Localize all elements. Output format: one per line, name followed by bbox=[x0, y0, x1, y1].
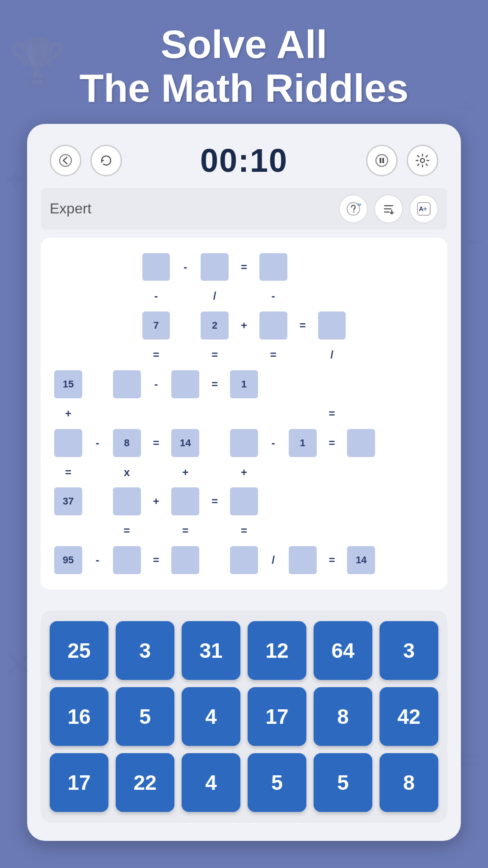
cell-r11c13 bbox=[406, 546, 434, 574]
cell-r6c7 bbox=[230, 400, 258, 428]
cell-r4c13 bbox=[406, 341, 434, 369]
num-btn-42-11[interactable]: 42 bbox=[380, 687, 438, 746]
cell-r11c1[interactable]: 95 bbox=[54, 546, 82, 574]
num-btn-8-17[interactable]: 8 bbox=[380, 753, 438, 812]
num-btn-31-2[interactable]: 31 bbox=[182, 621, 240, 680]
cell-r7c1[interactable] bbox=[54, 429, 82, 457]
puzzle-grid: - = - / - bbox=[50, 249, 438, 579]
cell-r7c9[interactable]: 1 bbox=[289, 429, 317, 457]
cell-r3c4[interactable]: 7 bbox=[142, 311, 170, 340]
cell-r7c8: - bbox=[259, 429, 287, 457]
cell-r9c10 bbox=[318, 487, 346, 515]
num-btn-64-4[interactable]: 64 bbox=[314, 621, 372, 680]
difficulty-label: Expert bbox=[50, 200, 91, 217]
num-btn-5-16[interactable]: 5 bbox=[314, 753, 372, 812]
cell-r9c12 bbox=[376, 487, 404, 515]
cell-r3c1 bbox=[54, 311, 82, 340]
cell-r7c7[interactable] bbox=[230, 429, 258, 457]
cell-r5c5[interactable] bbox=[171, 370, 199, 398]
cell-r9c6: = bbox=[201, 487, 229, 515]
cell-r3c8[interactable] bbox=[259, 311, 287, 340]
cell-r9c5[interactable] bbox=[171, 487, 199, 515]
cell-r2c12 bbox=[376, 282, 404, 310]
title-area: Solve All The Math Riddles bbox=[0, 0, 488, 124]
cell-r6c8 bbox=[259, 400, 287, 428]
refresh-button[interactable] bbox=[90, 145, 122, 176]
pause-button[interactable] bbox=[366, 145, 398, 176]
cell-r2c5 bbox=[171, 282, 199, 310]
cell-r3c6[interactable]: 2 bbox=[201, 311, 229, 340]
toolbar-icons: AD A÷ bbox=[339, 194, 438, 223]
cell-r9c1[interactable]: 37 bbox=[54, 487, 82, 515]
num-btn-25-0[interactable]: 25 bbox=[50, 621, 108, 680]
cell-r4c7 bbox=[230, 341, 258, 369]
cell-r11c3[interactable] bbox=[113, 546, 141, 574]
cell-r6c4 bbox=[142, 400, 170, 428]
cell-r5c1[interactable]: 15 bbox=[54, 370, 82, 398]
cell-r3c12 bbox=[376, 311, 404, 340]
cell-r3c10[interactable] bbox=[318, 311, 346, 340]
cell-r8c4 bbox=[142, 458, 170, 486]
cell-r11c11[interactable]: 14 bbox=[347, 546, 375, 574]
cell-r1c6[interactable] bbox=[201, 253, 229, 281]
cell-r11c4: = bbox=[142, 546, 170, 574]
num-btn-5-15[interactable]: 5 bbox=[248, 753, 306, 812]
cell-r11c7[interactable] bbox=[230, 546, 258, 574]
header-left bbox=[50, 145, 122, 176]
cell-r8c5: + bbox=[171, 458, 199, 486]
cell-r1c8[interactable] bbox=[259, 253, 287, 281]
num-btn-22-13[interactable]: 22 bbox=[116, 753, 174, 812]
cell-r4c10: / bbox=[318, 341, 346, 369]
back-button[interactable] bbox=[50, 145, 81, 176]
puzzle-area: - = - / - bbox=[41, 238, 447, 590]
cell-r5c4: - bbox=[142, 370, 170, 398]
cell-r6c5 bbox=[171, 400, 199, 428]
num-btn-17-9[interactable]: 17 bbox=[248, 687, 306, 746]
num-btn-4-14[interactable]: 4 bbox=[182, 753, 240, 812]
num-btn-4-8[interactable]: 4 bbox=[182, 687, 240, 746]
num-btn-12-3[interactable]: 12 bbox=[248, 621, 306, 680]
settings-button[interactable] bbox=[407, 145, 438, 176]
num-btn-3-1[interactable]: 3 bbox=[116, 621, 174, 680]
cell-r2c4: - bbox=[142, 282, 170, 310]
svg-text:AD: AD bbox=[357, 203, 361, 207]
cell-r11c5[interactable] bbox=[171, 546, 199, 574]
cell-r9c7[interactable] bbox=[230, 487, 258, 515]
level-button[interactable]: A÷ bbox=[409, 194, 438, 223]
cell-r11c12 bbox=[376, 546, 404, 574]
cell-r5c12 bbox=[376, 370, 404, 398]
cell-r10c3: = bbox=[113, 517, 141, 545]
cell-r2c11 bbox=[347, 282, 375, 310]
num-btn-17-12[interactable]: 17 bbox=[50, 753, 108, 812]
cell-r9c3[interactable] bbox=[113, 487, 141, 515]
cell-r7c13 bbox=[406, 429, 434, 457]
cell-r1c4[interactable] bbox=[142, 253, 170, 281]
num-btn-8-10[interactable]: 8 bbox=[314, 687, 372, 746]
toolbar-row: Expert AD bbox=[41, 188, 447, 230]
cell-r11c10: = bbox=[318, 546, 346, 574]
cell-r6c13 bbox=[406, 400, 434, 428]
cell-r5c6: = bbox=[201, 370, 229, 398]
spacer bbox=[41, 599, 447, 606]
cell-r4c2 bbox=[84, 341, 112, 369]
cell-r8c7: + bbox=[230, 458, 258, 486]
cell-r7c5[interactable]: 14 bbox=[171, 429, 199, 457]
cell-r11c9[interactable] bbox=[289, 546, 317, 574]
cell-r7c3[interactable]: 8 bbox=[113, 429, 141, 457]
cell-r5c3[interactable] bbox=[113, 370, 141, 398]
cell-r6c10: = bbox=[318, 400, 346, 428]
cell-r5c7[interactable]: 1 bbox=[230, 370, 258, 398]
cell-r8c8 bbox=[259, 458, 287, 486]
sort-button[interactable] bbox=[374, 194, 403, 223]
timer-display: 00:10 bbox=[200, 142, 288, 179]
hint-button[interactable]: AD bbox=[339, 194, 368, 223]
cell-r3c2 bbox=[84, 311, 112, 340]
cell-r2c13 bbox=[406, 282, 434, 310]
cell-r6c9 bbox=[289, 400, 317, 428]
num-btn-5-7[interactable]: 5 bbox=[116, 687, 174, 746]
cell-r6c11 bbox=[347, 400, 375, 428]
num-btn-16-6[interactable]: 16 bbox=[50, 687, 108, 746]
num-btn-3-5[interactable]: 3 bbox=[380, 621, 438, 680]
cell-r7c11[interactable] bbox=[347, 429, 375, 457]
cell-r10c8 bbox=[259, 517, 287, 545]
